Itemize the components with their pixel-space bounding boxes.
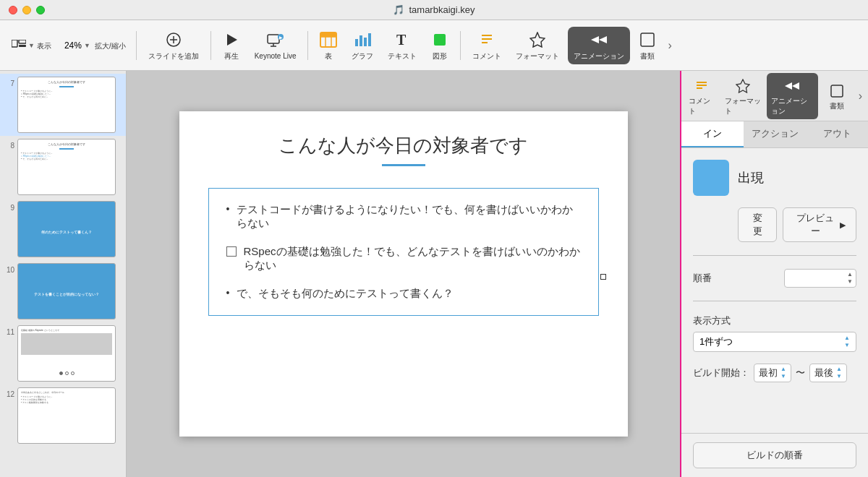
slide-preview-10: テストを書くことが目的になってない？ xyxy=(17,263,116,319)
media-icon xyxy=(639,30,655,50)
animation-tab-button[interactable]: アニメーション xyxy=(767,73,818,119)
bullet-item-1: • テストコードが書けるようになりたい！でも、何を書けばいいかわからない xyxy=(226,203,581,231)
format-panel-button[interactable]: フォーマット xyxy=(510,27,565,64)
anim-tab-out[interactable]: アウト xyxy=(806,121,868,147)
media-panel-button[interactable]: 書類 xyxy=(633,27,662,64)
display-select-arrows[interactable]: ▲ ▼ xyxy=(844,335,850,348)
format-tab-button[interactable]: フォーマット xyxy=(720,73,765,119)
main-layout: 7 こんな人が今日の対象者です • テストコードが書けるように... □ RSp… xyxy=(0,71,868,477)
view-button[interactable]: ▼ 表示 xyxy=(6,37,57,54)
bottom-button-area: ビルドの順番 xyxy=(681,433,868,477)
comment-panel-button[interactable]: コメント xyxy=(467,27,507,64)
svg-rect-0 xyxy=(12,40,17,47)
slide-thumb-7[interactable]: 7 こんな人が今日の対象者です • テストコードが書けるように... □ RSp… xyxy=(0,74,126,136)
order-stepper[interactable]: ▲ ▼ xyxy=(784,269,856,288)
chart-button[interactable]: グラフ xyxy=(346,27,379,64)
slide-bullet-box[interactable]: • テストコードが書けるようになりたい！でも、何を書けばいいかわからない RSp… xyxy=(208,188,599,316)
comment-tab-button[interactable]: コメント xyxy=(684,73,719,119)
slide-preview-8: こんな人が今日の対象者です • テストコードが書けるように... □ RSpec… xyxy=(17,139,116,195)
svg-rect-36 xyxy=(831,85,843,97)
svg-marker-35 xyxy=(785,82,792,90)
slide-preview-7: こんな人が今日の対象者です • テストコードが書けるように... □ RSpec… xyxy=(17,77,116,133)
title-bar: 🎵 tamarbkaigi.key xyxy=(0,0,868,20)
svg-rect-19 xyxy=(364,38,367,46)
stepper-arrows[interactable]: ▲ ▼ xyxy=(847,271,853,285)
slide-thumb-9[interactable]: 9 何のためにテストって書くん？ xyxy=(0,198,126,260)
svg-marker-6 xyxy=(227,34,237,46)
svg-marker-27 xyxy=(599,36,607,43)
keynote-live-icon: ▶ xyxy=(266,30,285,51)
slide-canvas: こんな人が今日の対象者です • テストコードが書けるようになりたい！でも、何を書… xyxy=(179,111,628,437)
build-row: ビルド開始： 最初 ▲ ▼ 〜 最後 ▲ ▼ xyxy=(693,364,856,382)
maximize-button[interactable] xyxy=(36,6,45,14)
build-end-select[interactable]: 最後 ▲ ▼ xyxy=(809,364,847,382)
play-icon xyxy=(224,30,239,50)
svg-rect-20 xyxy=(368,33,371,46)
bullet-text-2: RSpecの基礎は勉強した！でも、どんなテストを書けばいいのかわからない xyxy=(244,245,581,272)
slide-title: こんな人が今日の対象者です xyxy=(278,133,528,158)
slide-thumb-11[interactable]: 11 近藤組 感謝の Keynote というところで xyxy=(0,322,126,384)
window-controls xyxy=(9,6,45,14)
slide-underline xyxy=(382,164,425,166)
zoom-chevron: ▼ xyxy=(84,42,90,49)
format-icon xyxy=(529,30,545,50)
slide-preview-9: 何のためにテストって書くん？ xyxy=(17,201,116,257)
minimize-button[interactable] xyxy=(22,6,31,14)
right-panel: コメント フォーマット アニメーション xyxy=(680,71,868,477)
build-order-button[interactable]: ビルドの順番 xyxy=(693,442,856,468)
order-label: 順番 xyxy=(693,272,712,285)
divider-1 xyxy=(693,255,856,256)
comment-icon xyxy=(479,30,495,50)
svg-marker-34 xyxy=(792,82,799,90)
build-start-arrows[interactable]: ▲ ▼ xyxy=(780,366,786,379)
right-panel-more[interactable]: › xyxy=(856,87,865,106)
preview-button[interactable]: プレビュー ▶ xyxy=(783,207,856,242)
resize-handle[interactable] xyxy=(600,274,606,280)
display-arrow-up[interactable]: ▲ xyxy=(844,335,850,342)
slide-thumb-8[interactable]: 8 こんな人が今日の対象者です • テストコードが書けるように... □ RSp… xyxy=(0,136,126,198)
svg-rect-7 xyxy=(268,35,279,43)
svg-rect-18 xyxy=(359,35,362,46)
svg-marker-28 xyxy=(591,36,599,43)
display-row: 表示方式 1件ずつ ▲ ▼ xyxy=(693,314,856,352)
stepper-up[interactable]: ▲ xyxy=(847,271,853,278)
bullet-item-3: • で、そもそも何のためにテストって書くん？ xyxy=(226,287,581,301)
add-slide-button[interactable]: スライドを追加 xyxy=(142,27,205,64)
bullet-item-2: RSpecの基礎は勉強した！でも、どんなテストを書けばいいのかわからない xyxy=(226,245,581,272)
shape-button[interactable]: 図形 xyxy=(425,27,454,64)
text-button[interactable]: T テキスト xyxy=(382,27,422,64)
close-button[interactable] xyxy=(9,6,17,14)
table-icon xyxy=(320,30,337,50)
keynote-live-button[interactable]: ▶ Keynote Live xyxy=(249,27,302,63)
media-tab-button[interactable]: 書類 xyxy=(820,78,854,114)
animation-content: 出現 変更 プレビュー ▶ 順番 ▲ ▼ xyxy=(681,148,868,433)
table-button[interactable]: 表 xyxy=(314,27,343,64)
change-effect-button[interactable]: 変更 xyxy=(738,207,777,242)
bullet-checkbox-2 xyxy=(226,246,237,257)
anim-tab-in[interactable]: イン xyxy=(681,121,744,147)
build-start-label: ビルド開始： xyxy=(693,366,749,379)
media-panel-icon xyxy=(830,81,844,101)
display-select[interactable]: 1件ずつ ▲ ▼ xyxy=(693,332,856,352)
play-button[interactable]: 再生 xyxy=(217,27,246,64)
slide-thumb-10[interactable]: 10 テストを書くことが目的になってない？ xyxy=(0,260,126,322)
svg-rect-29 xyxy=(641,33,654,46)
bullet-dot-1: • xyxy=(226,203,230,215)
effect-row: 出現 xyxy=(693,160,856,196)
stepper-down[interactable]: ▼ xyxy=(847,278,853,285)
display-arrow-down[interactable]: ▼ xyxy=(844,342,850,349)
more-button[interactable]: › xyxy=(665,36,674,55)
animation-panel-button[interactable]: アニメーション xyxy=(568,27,630,64)
anim-tab-action[interactable]: アクション xyxy=(744,121,806,147)
main-toolbar: ▼ 表示 24% ▼ 拡大/縮小 スライドを追加 再生 ▶ xyxy=(0,20,868,71)
build-end-arrows[interactable]: ▲ ▼ xyxy=(836,366,842,379)
add-slide-icon xyxy=(166,30,182,50)
divider-2 xyxy=(693,301,856,301)
svg-text:▶: ▶ xyxy=(279,35,283,40)
format-panel-icon xyxy=(736,76,750,96)
svg-rect-1 xyxy=(19,40,26,43)
build-start-select[interactable]: 最初 ▲ ▼ xyxy=(754,364,791,382)
slide-thumb-12[interactable]: 12 今何台あるとするとしこれが、今日のゴール • テストコードが書けるように.… xyxy=(0,384,126,447)
chart-icon xyxy=(354,30,371,50)
zoom-button[interactable]: 24% ▼ 拡大/縮小 xyxy=(60,36,130,55)
